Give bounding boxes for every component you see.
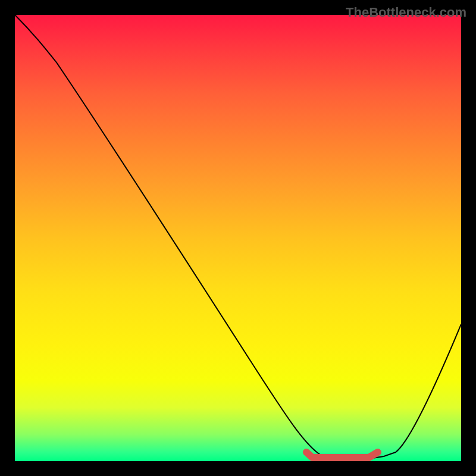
gradient-background <box>15 15 461 461</box>
chart-container: TheBottleneck.com <box>0 0 476 476</box>
watermark-text: TheBottleneck.com <box>346 5 466 20</box>
